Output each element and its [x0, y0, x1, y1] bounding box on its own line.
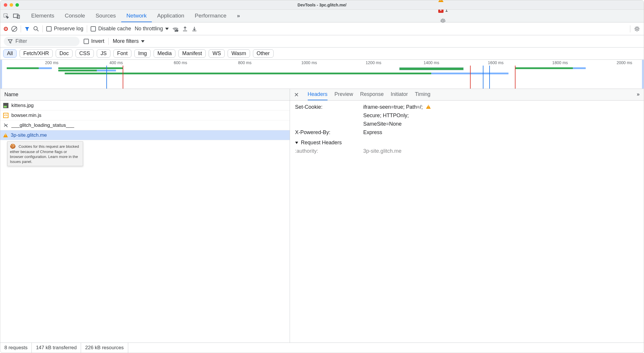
tab-sources[interactable]: Sources	[90, 10, 121, 22]
tab-network[interactable]: Network	[121, 10, 152, 22]
minimize-window-button[interactable]	[10, 3, 13, 7]
detail-tabs-overflow[interactable]: »	[637, 89, 640, 100]
detail-tab-preview[interactable]: Preview	[335, 89, 353, 100]
request-headers-section[interactable]: Request Headers	[295, 137, 638, 147]
clear-button[interactable]	[11, 26, 17, 32]
tab-application[interactable]: Application	[152, 10, 189, 22]
close-detail-button[interactable]: ✕	[294, 91, 301, 98]
chip-img[interactable]: Img	[134, 49, 151, 58]
chip-doc[interactable]: Doc	[56, 49, 73, 58]
network-settings-gear-icon[interactable]	[634, 26, 640, 32]
upload-har-icon[interactable]	[182, 26, 188, 32]
tick-label: 1800 ms	[552, 60, 568, 65]
header-value: iframe-seen=true; Path=/;	[363, 104, 423, 110]
tab-console[interactable]: Console	[59, 10, 90, 22]
device-toolbar-icon[interactable]	[13, 13, 20, 19]
svg-point-10	[636, 28, 638, 30]
chevron-down-icon	[165, 28, 169, 30]
resource-type-chips: All Fetch/XHR Doc CSS JS Font Img Media …	[0, 48, 644, 60]
network-toolbar: Preserve log Disable cache No throttling	[0, 22, 644, 35]
tab-elements[interactable]: Elements	[26, 10, 59, 22]
tick-label: 1400 ms	[424, 60, 439, 65]
close-window-button[interactable]	[4, 3, 7, 7]
requests-list: kittens.jpg <> bowser.min.js ___glitch_l…	[0, 101, 290, 343]
request-row[interactable]: 3p-site.glitch.me	[0, 130, 290, 140]
svg-point-3	[442, 20, 444, 22]
preserve-log-toggle[interactable]: Preserve log	[46, 26, 83, 32]
chip-ws[interactable]: WS	[209, 49, 225, 58]
status-requests: 8 requests	[0, 343, 32, 353]
more-filters-button[interactable]: More filters	[113, 38, 145, 44]
column-header-name[interactable]: Name	[0, 89, 290, 101]
zoom-window-button[interactable]	[15, 3, 19, 7]
header-value: SameSite=None	[363, 121, 402, 127]
tick-label: 1200 ms	[366, 60, 381, 65]
funnel-icon	[8, 39, 13, 44]
svg-point-7	[34, 27, 37, 30]
detail-tab-headers[interactable]: Headers	[308, 89, 328, 100]
throttling-value: No throttling	[135, 26, 163, 32]
chip-media[interactable]: Media	[154, 49, 175, 58]
checkbox-icon	[46, 26, 52, 31]
chip-css[interactable]: CSS	[75, 49, 94, 58]
download-har-icon[interactable]	[191, 26, 197, 32]
checkbox-icon	[84, 39, 89, 44]
disable-cache-toggle[interactable]: Disable cache	[91, 26, 131, 32]
request-name: bowser.min.js	[11, 113, 41, 118]
chip-other[interactable]: Other	[253, 49, 274, 58]
request-name: 3p-site.glitch.me	[11, 132, 47, 138]
timeline-ruler: 200 ms 400 ms 600 ms 800 ms 1000 ms 1200…	[0, 60, 644, 66]
titlebar: DevTools - 3pc.glitch.me/	[0, 0, 644, 10]
tick-label: 600 ms	[174, 60, 187, 65]
tick-label: 1000 ms	[301, 60, 317, 65]
invert-toggle[interactable]: Invert	[84, 38, 104, 44]
tooltip-text: Cookies for this request are blocked eit…	[10, 144, 79, 164]
header-key: Set-Cookie:	[295, 104, 359, 110]
overview-timeline[interactable]: 200 ms 400 ms 600 ms 800 ms 1000 ms 1200…	[0, 60, 644, 89]
detail-tab-timing[interactable]: Timing	[415, 89, 430, 100]
preserve-log-label: Preserve log	[54, 26, 83, 32]
filter-placeholder: Filter	[15, 38, 27, 44]
tab-performance[interactable]: Performance	[189, 10, 232, 22]
chip-js[interactable]: JS	[97, 49, 110, 58]
tick-label: 200 ms	[45, 60, 59, 65]
request-row[interactable]: kittens.jpg	[0, 101, 290, 110]
window-title: DevTools - 3pc.glitch.me/	[0, 3, 644, 7]
request-name: kittens.jpg	[11, 103, 34, 108]
section-label: Request Headers	[301, 140, 342, 146]
tabs-overflow[interactable]: »	[232, 10, 245, 22]
cookie-blocked-tooltip: 🍪 Cookies for this request are blocked e…	[7, 141, 83, 166]
status-resources: 226 kB resources	[81, 343, 128, 353]
search-icon[interactable]	[33, 26, 39, 32]
network-conditions-icon[interactable]	[172, 26, 179, 32]
filter-input[interactable]: Filter	[4, 37, 80, 46]
status-transferred: 147 kB transferred	[32, 343, 81, 353]
detail-tabs: ✕ Headers Preview Response Initiator Tim…	[290, 89, 644, 101]
chip-all[interactable]: All	[3, 49, 17, 58]
request-row[interactable]: ___glitch_loading_status___	[0, 120, 290, 130]
inspect-icon[interactable]	[3, 13, 9, 19]
chevron-down-icon	[141, 40, 145, 43]
disable-cache-label: Disable cache	[98, 26, 131, 32]
detail-tab-initiator[interactable]: Initiator	[391, 89, 408, 100]
request-row[interactable]: <> bowser.min.js	[0, 110, 290, 120]
tick-label: 800 ms	[238, 60, 251, 65]
header-key: :authority:	[295, 148, 359, 154]
status-bar: 8 requests 147 kB transferred 226 kB res…	[0, 343, 644, 353]
detail-tab-response[interactable]: Response	[360, 89, 384, 100]
requests-panel: Name kittens.jpg <> bowser.min.js ___gli…	[0, 89, 290, 343]
header-value: 3p-site.glitch.me	[363, 148, 402, 154]
filter-icon[interactable]	[24, 26, 30, 31]
warning-icon	[426, 105, 431, 109]
chip-wasm[interactable]: Wasm	[228, 49, 250, 58]
tick-label: 2000 ms	[617, 60, 632, 65]
request-name: ___glitch_loading_status___	[11, 122, 74, 128]
chip-fetch-xhr[interactable]: Fetch/XHR	[20, 49, 53, 58]
header-value: Express	[363, 129, 382, 136]
request-detail-panel: ✕ Headers Preview Response Initiator Tim…	[290, 89, 644, 343]
throttling-select[interactable]: No throttling	[135, 26, 169, 32]
record-button[interactable]	[4, 27, 8, 31]
chip-font[interactable]: Font	[113, 49, 131, 58]
panel-tabs: Elements Console Sources Network Applica…	[0, 10, 644, 22]
chip-manifest[interactable]: Manifest	[178, 49, 206, 58]
